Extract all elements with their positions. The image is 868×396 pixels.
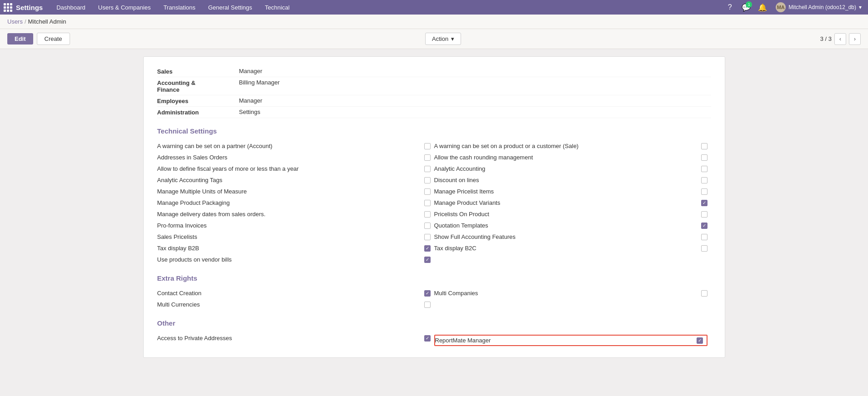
- setting-checkbox[interactable]: [701, 177, 707, 183]
- prev-record-button[interactable]: ‹: [834, 33, 846, 45]
- list-item: A warning can be set on a product or a c…: [434, 140, 711, 152]
- list-item: Tax display B2C: [434, 243, 711, 254]
- list-item: Allow to define fiscal years of more or …: [157, 163, 434, 174]
- setting-label: Allow the cash rounding management: [434, 154, 697, 161]
- setting-label: Contact Creation: [157, 290, 420, 297]
- app-title: Settings: [16, 4, 43, 11]
- setting-label: Show Full Accounting Features: [434, 233, 697, 240]
- list-item: Tax display B2B: [157, 243, 434, 254]
- technical-settings-header: Technical Settings: [157, 127, 711, 135]
- setting-checkbox[interactable]: [424, 200, 431, 206]
- other-left-col: Access to Private Addresses: [157, 332, 434, 348]
- breadcrumb: Users / Mitchell Admin: [0, 15, 868, 29]
- roles-section: Sales Manager Accounting &Finance Billin…: [157, 66, 711, 118]
- list-item: Sales Pricelists: [157, 231, 434, 243]
- role-row: Employees Manager: [157, 95, 711, 107]
- setting-label: ReportMate Manager: [435, 337, 692, 344]
- create-button[interactable]: Create: [37, 33, 70, 45]
- setting-checkbox[interactable]: [424, 257, 431, 263]
- setting-checkbox[interactable]: [424, 177, 431, 183]
- list-item: Pro-forma Invoices: [157, 220, 434, 231]
- list-item: Manage Multiple Units of Measure: [157, 186, 434, 197]
- form-card: Sales Manager Accounting &Finance Billin…: [143, 56, 725, 358]
- extra-rights-grid: Contact CreationMulti Currencies Multi C…: [157, 287, 711, 310]
- setting-checkbox[interactable]: [424, 166, 431, 172]
- setting-label: Tax display B2C: [434, 245, 697, 252]
- setting-checkbox[interactable]: [701, 166, 707, 172]
- setting-checkbox[interactable]: [424, 188, 431, 195]
- breadcrumb-parent[interactable]: Users: [7, 18, 23, 25]
- user-menu[interactable]: MA Mitchell Admin (odoo12_db) ▾: [773, 1, 864, 13]
- nav-general-settings[interactable]: General Settings: [202, 0, 259, 15]
- next-record-button[interactable]: ›: [849, 33, 861, 45]
- setting-label: Addresses in Sales Orders: [157, 154, 420, 161]
- nav-translations[interactable]: Translations: [157, 0, 201, 15]
- setting-label: Manage delivery dates from sales orders.: [157, 211, 420, 218]
- setting-checkbox[interactable]: [701, 290, 707, 297]
- notification-badge: 1: [746, 1, 752, 8]
- setting-checkbox[interactable]: [701, 223, 707, 229]
- setting-checkbox[interactable]: [424, 234, 431, 240]
- list-item: A warning can be set on a partner (Accou…: [157, 140, 434, 152]
- action-button[interactable]: Action ▾: [425, 33, 461, 45]
- edit-button[interactable]: Edit: [7, 33, 33, 45]
- setting-checkbox[interactable]: [701, 200, 707, 206]
- setting-checkbox[interactable]: [697, 337, 703, 344]
- action-label: Action: [432, 35, 448, 42]
- list-item: Manage Product Packaging: [157, 197, 434, 208]
- setting-checkbox[interactable]: [701, 245, 707, 252]
- chevron-down-icon: ▾: [451, 35, 454, 42]
- chevron-left-icon: ‹: [839, 36, 841, 42]
- setting-label: Multi Companies: [434, 290, 697, 297]
- setting-checkbox[interactable]: [424, 154, 431, 161]
- nav-technical[interactable]: Technical: [259, 0, 296, 15]
- other-right-col: ReportMate Manager: [434, 332, 711, 348]
- setting-checkbox[interactable]: [424, 290, 431, 297]
- role-employees-value: Manager: [239, 97, 262, 104]
- setting-label: A warning can be set on a product or a c…: [434, 143, 697, 149]
- setting-checkbox[interactable]: [424, 335, 431, 342]
- chevron-right-icon: ›: [854, 36, 856, 42]
- help-icon: ?: [728, 3, 732, 11]
- role-sales-label: Sales: [157, 68, 239, 75]
- app-brand[interactable]: Settings: [4, 3, 43, 12]
- list-item: Addresses in Sales Orders: [157, 152, 434, 163]
- action-dropdown: Action ▾: [425, 33, 461, 45]
- setting-label: Analytic Accounting Tags: [157, 177, 420, 183]
- extra-rights-left-col: Contact CreationMulti Currencies: [157, 287, 434, 310]
- activity-icon-button[interactable]: 🔔: [757, 1, 768, 13]
- setting-checkbox[interactable]: [424, 223, 431, 229]
- navbar-right: ? 💬 1 🔔 MA Mitchell Admin (odoo12_db) ▾: [724, 1, 864, 13]
- extra-rights-header: Extra Rights: [157, 274, 711, 282]
- setting-checkbox[interactable]: [701, 154, 707, 161]
- setting-checkbox[interactable]: [424, 245, 431, 252]
- help-icon-button[interactable]: ?: [724, 1, 736, 13]
- role-administration-value: Settings: [239, 109, 261, 115]
- nav-dashboard[interactable]: Dashboard: [50, 0, 92, 15]
- setting-checkbox[interactable]: [701, 188, 707, 195]
- role-row: Accounting &Finance Billing Manager: [157, 77, 711, 95]
- list-item: Analytic Accounting: [434, 163, 711, 174]
- list-item: Manage Pricelist Items: [434, 186, 711, 197]
- setting-checkbox[interactable]: [424, 143, 431, 149]
- list-item: Multi Companies: [434, 287, 711, 299]
- setting-checkbox[interactable]: [701, 211, 707, 218]
- nav-users-companies[interactable]: Users & Companies: [92, 0, 157, 15]
- role-row: Sales Manager: [157, 66, 711, 77]
- technical-left-col: A warning can be set on a partner (Accou…: [157, 140, 434, 265]
- grid-icon: [4, 3, 12, 12]
- list-item: ReportMate Manager: [434, 332, 711, 348]
- messages-icon-button[interactable]: 💬 1: [740, 1, 752, 13]
- setting-checkbox[interactable]: [424, 211, 431, 218]
- setting-label: Multi Currencies: [157, 301, 420, 308]
- role-accounting-label: Accounting &Finance: [157, 79, 239, 93]
- pagination-info: 3 / 3: [820, 35, 832, 42]
- setting-checkbox[interactable]: [701, 143, 707, 149]
- highlighted-setting: ReportMate Manager: [434, 335, 707, 346]
- other-header: Other: [157, 319, 711, 327]
- setting-label: Manage Multiple Units of Measure: [157, 188, 420, 195]
- setting-checkbox[interactable]: [424, 302, 431, 308]
- list-item: Multi Currencies: [157, 299, 434, 310]
- setting-checkbox[interactable]: [701, 234, 707, 240]
- main-content: Sales Manager Accounting &Finance Billin…: [0, 49, 868, 396]
